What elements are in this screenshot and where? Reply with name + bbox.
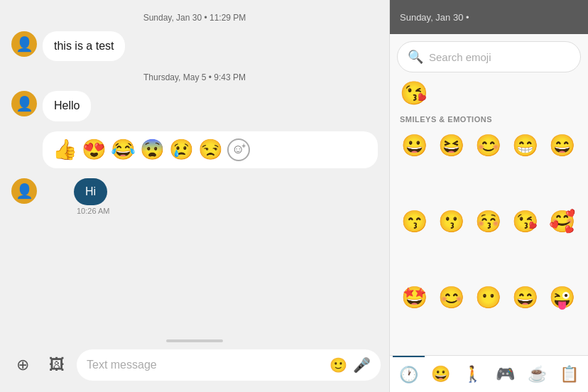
emoji-reaction-row: 👍 😍 😂 😨 😢 😒 ☺+ [43,131,378,168]
emoji-thumbsup[interactable]: 👍 [53,140,77,160]
emoji-crying[interactable]: 😢 [169,140,194,160]
emoji-panel-date: Sunday, Jan 30 • [400,12,469,23]
recent-emoji-item[interactable]: 😘 [400,80,428,107]
sent-bubble: Hi [74,178,107,205]
emoji-cell[interactable]: 😙 [397,204,431,238]
emoji-add-button[interactable]: ☺+ [227,138,250,161]
emoji-tab-activities[interactable]: 🎮 [489,356,521,393]
mic-input-icon[interactable]: 🎤 [353,356,371,374]
sent-message-row: 👤 Hi 10:26 AM [11,178,378,215]
chat-panel: Sunday, Jan 30 • 11:29 PM 👤 this is a te… [0,0,389,392]
emoji-cell[interactable]: 🤩 [397,281,431,315]
avatar-2: 👤 [11,91,37,116]
emoji-tab-bar: 🕐 😀 🚶 🎮 ☕ 📋 [390,355,588,392]
emoji-laughing[interactable]: 😂 [111,140,136,160]
message-row-2: 👤 Hello [11,91,378,121]
sent-wrapper: Hi 10:26 AM [74,178,109,215]
bubble-1: this is a test [43,31,125,61]
input-right-icons: 🙂 🎤 [330,356,371,374]
emoji-squinting[interactable]: 😒 [198,140,223,160]
emoji-cell[interactable]: 😄 [545,128,579,162]
emoji-cell[interactable]: 😊 [471,128,505,162]
emoji-input-icon[interactable]: 🙂 [330,356,347,374]
bubble-2: Hello [43,91,91,121]
avatar-1: 👤 [11,31,37,57]
emoji-section-label: SMILEYS & EMOTIONS [390,112,588,128]
emoji-search-bar[interactable]: 🔍 Search emoji [397,41,581,72]
add-button[interactable]: ⊕ [9,351,37,379]
gallery-icon: 🖼 [49,356,65,374]
text-input-container[interactable]: Text message 🙂 🎤 [77,349,381,381]
emoji-tab-recent[interactable]: 🕐 [393,356,425,393]
emoji-cell[interactable]: 😜 [545,281,579,315]
emoji-cell[interactable]: 😆 [434,128,468,162]
emoji-grid: 😀 😆 😊 😁 😄 😙 😗 😚 😘 🥰 🤩 😊 😶 😄 😜 [390,128,588,355]
emoji-panel: Sunday, Jan 30 • 🔍 Search emoji 😘 SMILEY… [389,0,588,392]
emoji-cell[interactable]: 😗 [434,204,468,238]
emoji-cell[interactable]: 😄 [508,281,543,315]
message-row-1: 👤 this is a test [11,31,378,61]
emoji-tab-objects[interactable]: 📋 [553,356,585,393]
avatar-icon-3: 👤 [16,184,33,198]
emoji-add-icon: ☺+ [232,142,246,157]
gallery-button[interactable]: 🖼 [43,351,71,379]
add-icon: ⊕ [16,356,29,374]
sent-timestamp: 10:26 AM [77,207,109,215]
avatar-icon-2: 👤 [16,97,33,111]
chat-messages: Sunday, Jan 30 • 11:29 PM 👤 this is a te… [0,0,389,335]
emoji-tab-people[interactable]: 🚶 [457,356,489,393]
emoji-cell[interactable]: 😁 [508,128,543,162]
emoji-tab-food[interactable]: ☕ [521,356,553,393]
emoji-cell[interactable]: 😊 [434,281,468,315]
search-placeholder: Search emoji [429,51,491,63]
emoji-tab-smileys[interactable]: 😀 [425,356,457,393]
emoji-cell[interactable]: 😚 [471,204,505,238]
search-icon: 🔍 [408,49,423,65]
emoji-panel-header: Sunday, Jan 30 • [390,0,588,34]
recent-emoji-row: 😘 [390,77,588,112]
emoji-cell[interactable]: 😘 [508,204,543,238]
avatar-icon-1: 👤 [16,37,33,51]
emoji-heart-eyes[interactable]: 😍 [82,140,107,160]
emoji-cell[interactable]: 🥰 [545,204,579,238]
emoji-cell[interactable]: 😶 [471,281,505,315]
avatar-3: 👤 [11,178,37,204]
emoji-shocked[interactable]: 😨 [140,140,165,160]
date-label-1: Sunday, Jan 30 • 11:29 PM [11,13,378,23]
date-label-2: Thursday, May 5 • 9:43 PM [11,72,378,82]
chat-input-bar: ⊕ 🖼 Text message 🙂 🎤 [0,342,389,392]
text-input-placeholder: Text message [87,359,324,371]
emoji-cell[interactable]: 😀 [397,128,431,162]
